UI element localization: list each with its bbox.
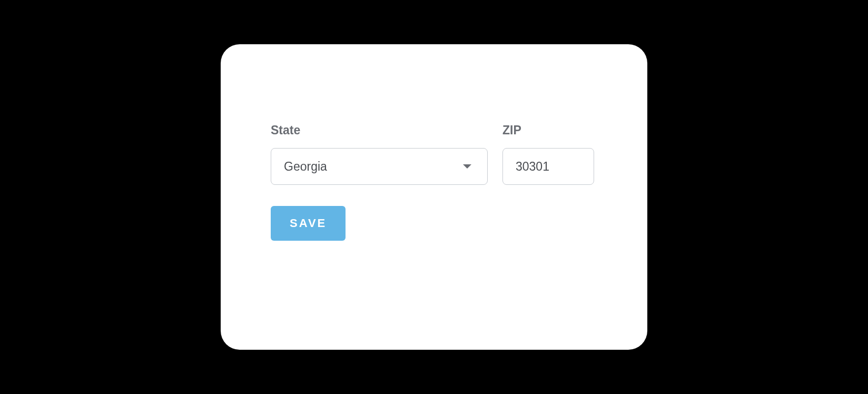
chevron-down-icon: [463, 164, 471, 169]
state-field: State Georgia: [271, 123, 488, 185]
zip-input[interactable]: [502, 148, 594, 185]
zip-field: ZIP: [502, 123, 594, 185]
state-label: State: [271, 123, 488, 137]
zip-label: ZIP: [502, 123, 594, 137]
state-select[interactable]: Georgia: [271, 148, 488, 185]
form-row: State Georgia ZIP: [271, 123, 597, 185]
save-button[interactable]: SAVE: [271, 206, 346, 241]
form-card: State Georgia ZIP SAVE: [221, 44, 647, 350]
state-select-value: Georgia: [284, 160, 463, 174]
